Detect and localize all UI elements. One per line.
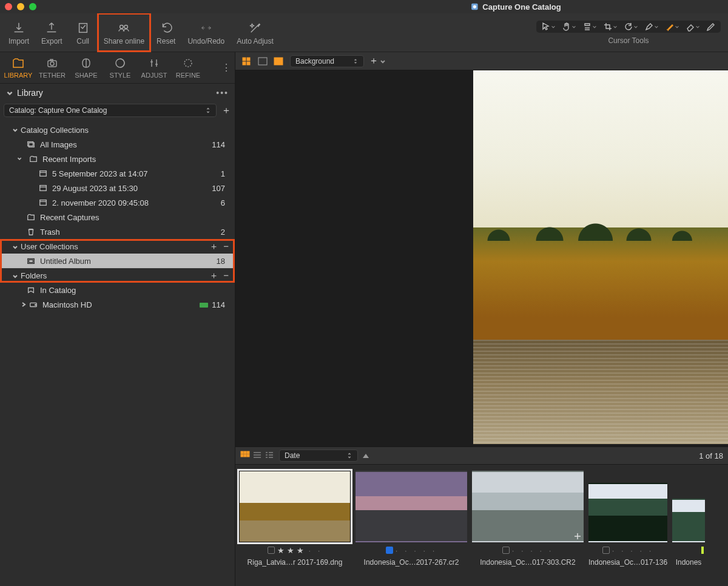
import-row-2[interactable]: 2. november 2020 09:45:086 xyxy=(0,195,235,210)
thumb-1-caption: Indonesia_Oc…2017-267.cr2 xyxy=(356,558,467,567)
folder-in-catalog-label: In Catalog xyxy=(40,286,76,295)
pointer-tool-icon[interactable] xyxy=(539,22,558,32)
thumb-rating-empty[interactable]: · · xyxy=(309,546,323,555)
reset-button[interactable]: Reset xyxy=(150,13,181,52)
variant-add-button[interactable]: ＋ xyxy=(369,55,386,67)
library-panel-header[interactable]: Library ••• xyxy=(0,84,235,102)
rotate-tool-icon[interactable] xyxy=(621,22,641,32)
export-label: Export xyxy=(41,37,62,45)
catalog-add-icon[interactable]: ＋ xyxy=(221,104,230,117)
annotate-tool-icon[interactable] xyxy=(704,22,718,32)
svg-rect-26 xyxy=(241,451,243,454)
svg-rect-14 xyxy=(40,200,47,206)
album-untitled[interactable]: Untitled Album 18 xyxy=(0,254,235,268)
thumb-checkbox[interactable] xyxy=(602,547,610,554)
group-catalog-collections[interactable]: Catalog Collections xyxy=(0,123,235,137)
import-2-label: 2. november 2020 09:45:08 xyxy=(52,198,149,207)
thumb-0-caption: Riga_Latvia…r 2017-169.dng xyxy=(239,558,351,567)
thumb-rating[interactable]: · · · · · xyxy=(512,546,554,555)
cursor-tools-row[interactable] xyxy=(536,21,721,33)
viewer-area[interactable]: ISO 250 1/200 s f/8 70 mm Riga, Latvia xyxy=(235,70,728,446)
hand-tool-icon[interactable] xyxy=(559,22,579,32)
thumb-color-label[interactable] xyxy=(386,547,393,554)
trash-label: Trash xyxy=(40,227,60,237)
svg-rect-21 xyxy=(243,62,246,65)
tool-tabs-more-icon[interactable]: ⋮ xyxy=(219,62,234,73)
thumbnail-3[interactable]: · · · · · Indonesia_Oc…017-1367.CR2 xyxy=(588,471,667,586)
share-online-button[interactable]: Share online xyxy=(98,13,150,52)
tab-library[interactable]: LIBRARY xyxy=(1,52,35,83)
thumbnail-4[interactable]: Indones xyxy=(672,471,705,586)
sort-label: Date xyxy=(285,451,300,460)
eraser-tool-icon[interactable] xyxy=(683,22,703,32)
svg-point-18 xyxy=(35,305,36,306)
browser-list-icon[interactable] xyxy=(252,451,262,461)
user-collections-add-icon[interactable]: ＋ xyxy=(209,241,218,252)
folders-add-icon[interactable]: ＋ xyxy=(209,270,218,281)
sort-selector[interactable]: Date xyxy=(279,450,358,462)
undoredo-label: Undo/Redo xyxy=(187,37,224,45)
close-window-button[interactable] xyxy=(5,3,12,10)
svg-rect-13 xyxy=(40,186,47,191)
minimize-window-button[interactable] xyxy=(17,3,24,10)
import-row-0[interactable]: 5 September 2023 at 14:071 xyxy=(0,166,235,181)
tab-shape[interactable]: SHAPE xyxy=(69,52,103,83)
collection-trash[interactable]: Trash2 xyxy=(0,224,235,239)
folder-macintosh-hd[interactable]: Macintosh HD 114 xyxy=(0,297,235,312)
import-button[interactable]: Import xyxy=(2,13,35,52)
variant-selector[interactable]: Background xyxy=(290,55,364,67)
thumb-checkbox[interactable] xyxy=(502,547,510,554)
svg-rect-30 xyxy=(244,454,246,457)
crop-tool-icon[interactable] xyxy=(601,22,620,32)
tab-style[interactable]: STYLE xyxy=(103,52,137,83)
thumb-rating[interactable]: ★★★ xyxy=(277,546,306,555)
view-grid-icon[interactable] xyxy=(240,56,254,67)
tab-refine[interactable]: REFINE xyxy=(171,52,205,83)
view-single-icon[interactable] xyxy=(256,56,269,67)
tab-shape-label: SHAPE xyxy=(75,72,97,79)
import-row-1[interactable]: 29 August 2023 at 15:30107 xyxy=(0,181,235,195)
panel-more-icon[interactable]: ••• xyxy=(216,88,229,98)
svg-rect-20 xyxy=(247,58,250,61)
group-user-collections[interactable]: User Collections ＋− xyxy=(0,239,235,254)
draw-tool-icon[interactable] xyxy=(642,22,661,32)
tab-adjust[interactable]: ADJUST xyxy=(137,52,171,83)
thumb-color-label[interactable] xyxy=(701,547,704,554)
tab-tether[interactable]: TETHER xyxy=(35,52,69,83)
sort-direction-icon[interactable] xyxy=(363,454,369,458)
collection-all-images[interactable]: All Images 114 xyxy=(0,137,235,152)
window-title: Capture One Catalog xyxy=(482,2,561,12)
thumb-rating[interactable]: · · · · · xyxy=(396,546,437,555)
folder-in-catalog[interactable]: In Catalog xyxy=(0,283,235,297)
svg-rect-28 xyxy=(247,451,249,454)
trash-count: 2 xyxy=(221,227,225,237)
browser-counter: 1 of 18 xyxy=(699,451,723,460)
catalog-selector[interactable]: Catalog: Capture One Catalog xyxy=(4,104,217,117)
brush-tool-icon[interactable] xyxy=(662,22,682,32)
thumb-rating[interactable]: · · · · · xyxy=(612,546,654,555)
thumbnail-1[interactable]: · · · · · Indonesia_Oc…2017-267.cr2 xyxy=(356,471,467,586)
album-untitled-label: Untitled Album xyxy=(40,257,91,266)
svg-point-6 xyxy=(50,62,54,66)
collection-recent-imports[interactable]: Recent Imports xyxy=(0,152,235,166)
group-catalog-collections-label: Catalog Collections xyxy=(21,126,89,135)
view-proof-icon[interactable] xyxy=(272,56,285,67)
cull-button[interactable]: Cull xyxy=(69,13,98,52)
zoom-window-button[interactable] xyxy=(29,3,36,10)
folders-remove-icon[interactable]: − xyxy=(223,270,229,281)
browser-grid-icon[interactable] xyxy=(240,451,250,461)
svg-rect-19 xyxy=(243,58,246,61)
auto-adjust-button[interactable]: Auto Adjust xyxy=(231,13,280,52)
collection-recent-captures[interactable]: Recent Captures xyxy=(0,210,235,224)
wb-tool-icon[interactable] xyxy=(580,22,599,32)
group-folders[interactable]: Folders ＋− xyxy=(0,268,235,283)
thumbnail-0[interactable]: ★★★ · · Riga_Latvia…r 2017-169.dng xyxy=(239,471,351,586)
export-button[interactable]: Export xyxy=(35,13,69,52)
undo-redo-button[interactable]: Undo/Redo xyxy=(181,13,231,52)
thumb-2-caption: Indonesia_Oc…017-303.CR2 xyxy=(472,558,584,567)
import-1-count: 107 xyxy=(212,184,225,193)
user-collections-remove-icon[interactable]: − xyxy=(223,241,229,252)
browser-filmstrip-icon[interactable] xyxy=(265,451,274,461)
thumbnail-2[interactable]: · · · · · Indonesia_Oc…017-303.CR2 xyxy=(472,471,584,586)
thumb-checkbox[interactable] xyxy=(268,547,275,554)
